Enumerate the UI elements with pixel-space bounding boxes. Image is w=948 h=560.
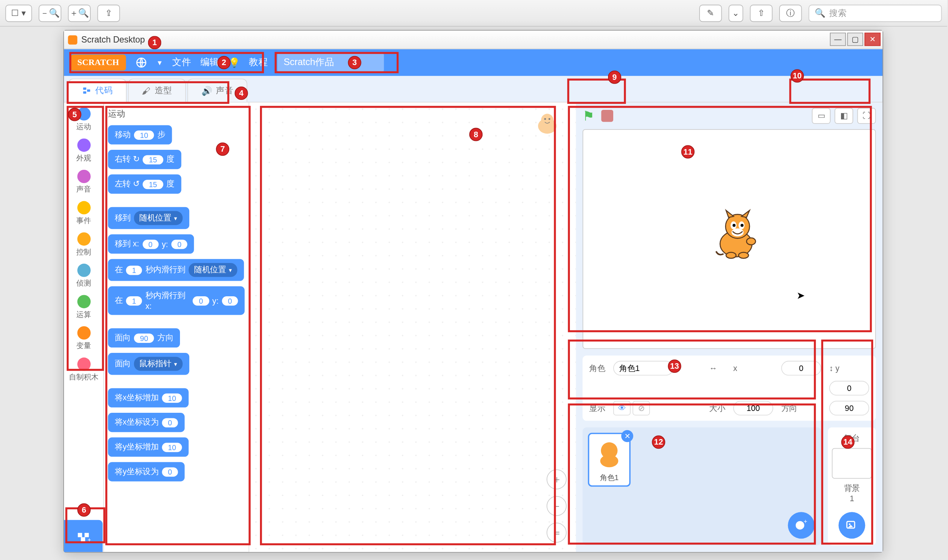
menubar: SCRATCH ▼ 文件 编辑 💡 教程 Scratch作品 [64, 49, 882, 76]
svg-text:+: + [804, 518, 807, 525]
svg-point-27 [849, 523, 851, 525]
category-侦测[interactable]: 侦测 [76, 262, 91, 290]
svg-point-7 [548, 118, 550, 120]
zoom-reset-button[interactable]: ＝ [547, 523, 567, 543]
sidebar-toggle-button[interactable]: ☐ ▾ [5, 5, 32, 22]
scratch-cat-sprite[interactable] [709, 206, 769, 266]
block-goto-random[interactable]: 移到随机位置 [108, 207, 190, 229]
annotation-14: 14 [841, 435, 855, 449]
direction-label: 方向 [781, 402, 821, 414]
category-自制积木[interactable]: 自制积木 [69, 355, 98, 384]
add-backdrop-button[interactable] [838, 512, 865, 538]
menu-tutorials[interactable]: 教程 [249, 57, 267, 68]
annotation-7: 7 [216, 142, 229, 156]
stage-area[interactable]: ➤ [582, 129, 876, 349]
svg-rect-1 [83, 87, 86, 89]
tabs-row: 代码 🖌 造型 🔊 声音 [64, 76, 882, 103]
stop-button[interactable] [601, 110, 613, 122]
sprite-card-label: 角色1 [592, 473, 627, 483]
category-变量[interactable]: 变量 [76, 325, 91, 353]
sprite-list-panel: ✕ 角色1 + [582, 428, 821, 546]
stage-thumbnail[interactable] [832, 448, 872, 478]
tab-code-label: 代码 [95, 85, 113, 97]
category-外观[interactable]: 外观 [76, 137, 91, 165]
sprite-info-panel: 角色 ↔ x ↕ y 显示 👁 ⊘ 大小 方向 [582, 355, 876, 420]
scratch-logo[interactable]: SCRATCH [71, 55, 126, 71]
block-change-y[interactable]: 将y坐标增加10 [108, 438, 189, 457]
menu-file[interactable]: 文件 [172, 57, 191, 68]
info-button[interactable]: ⓘ [779, 5, 802, 22]
minimize-button[interactable]: — [830, 32, 846, 46]
image-plus-icon [845, 518, 858, 532]
close-button[interactable]: ✕ [865, 32, 881, 46]
menu-edit[interactable]: 编辑 [200, 57, 219, 68]
sprite-size-input[interactable] [733, 401, 773, 416]
maximize-button[interactable]: ▢ [847, 32, 863, 46]
add-sprite-button[interactable]: + [788, 512, 815, 538]
block-turn-cw[interactable]: 右转 ↻15度 [108, 150, 181, 169]
share-button[interactable]: ⇪ [97, 5, 120, 22]
stage-fullscreen-button[interactable]: ⛶ [857, 108, 876, 124]
zoom-in-canvas-button[interactable]: ＋ [547, 469, 567, 489]
block-glide-random[interactable]: 在1秒内滑行到随机位置 [108, 259, 244, 281]
sprite-hide-button[interactable]: ⊘ [633, 401, 650, 416]
sprite-name-input[interactable] [613, 361, 673, 376]
stage-small-button[interactable]: ▭ [812, 108, 830, 124]
block-change-x[interactable]: 将x坐标增加10 [108, 388, 189, 407]
add-extension-button[interactable]: + [64, 520, 103, 552]
block-set-y[interactable]: 将y坐标设为0 [108, 462, 185, 481]
annotation-8: 8 [469, 128, 483, 141]
svg-point-5 [541, 114, 553, 126]
search-input[interactable]: 🔍 搜索 [808, 5, 942, 22]
category-运算[interactable]: 运算 [76, 293, 91, 322]
sprite-card[interactable]: ✕ 角色1 [588, 433, 631, 487]
right-panel: ⚑ ▭ ◧ ⛶ [576, 103, 882, 552]
edit-button[interactable]: ✎ [699, 5, 722, 22]
block-goto-xy[interactable]: 移到 x:0y:0 [108, 234, 195, 254]
block-turn-ccw[interactable]: 左转 ↺15度 [108, 175, 181, 194]
annotation-2: 2 [218, 56, 231, 69]
sound-icon: 🔊 [201, 85, 212, 95]
sprite-y-input[interactable] [829, 381, 869, 396]
tab-costumes[interactable]: 🖌 造型 [128, 78, 186, 102]
sprite-show-button[interactable]: 👁 [613, 401, 631, 416]
block-set-x[interactable]: 将x坐标设为0 [108, 413, 185, 432]
category-事件[interactable]: 事件 [76, 199, 91, 228]
delete-sprite-button[interactable]: ✕ [621, 430, 633, 442]
sprite-direction-input[interactable] [829, 401, 869, 416]
block-move-steps[interactable]: 移动10步 [108, 125, 172, 144]
sprite-x-input[interactable] [781, 361, 821, 376]
zoom-in-button[interactable]: ＋🔍 [68, 5, 91, 22]
tab-code[interactable]: 代码 [68, 78, 127, 102]
zoom-out-canvas-button[interactable]: － [547, 496, 567, 516]
block-glide-xy[interactable]: 在1秒内滑行到 x:0y:0 [108, 286, 245, 315]
edit-dropdown[interactable]: ⌄ [729, 5, 743, 22]
category-dot-icon [77, 138, 90, 152]
sprite-thumbnail-icon [532, 109, 562, 140]
svg-point-23 [600, 455, 618, 467]
cursor-icon: ➤ [797, 289, 805, 302]
green-flag-button[interactable]: ⚑ [582, 108, 594, 124]
svg-point-15 [733, 224, 736, 227]
scratch-app-window: Scratch Desktop — ▢ ✕ SCRATCH ▼ 文件 编辑 💡 … [63, 30, 883, 552]
size-label: 大小 [709, 402, 725, 414]
svg-point-6 [544, 118, 546, 120]
stage-large-button[interactable]: ◧ [835, 108, 853, 124]
project-name-input[interactable]: Scratch作品 [277, 52, 384, 72]
brush-icon: 🖌 [142, 85, 150, 95]
category-声音[interactable]: 声音 [76, 168, 91, 196]
svg-point-21 [739, 252, 749, 258]
search-icon: 🔍 [815, 8, 825, 18]
upload-button[interactable]: ⇧ [750, 5, 772, 22]
block-point-direction[interactable]: 面向90方向 [108, 328, 180, 347]
code-icon [82, 86, 91, 95]
block-point-towards[interactable]: 面向鼠标指针 [108, 353, 190, 375]
code-canvas[interactable]: ＋ － ＝ [249, 103, 576, 552]
app-title: Scratch Desktop [82, 35, 145, 45]
zoom-out-button[interactable]: －🔍 [39, 5, 61, 22]
language-icon[interactable] [135, 57, 147, 68]
tab-sounds-label: 声音 [216, 85, 233, 97]
mac-toolbar: ☐ ▾ －🔍 ＋🔍 ⇪ ✎ ⌄ ⇧ ⓘ 🔍 搜索 [0, 0, 947, 27]
category-控制[interactable]: 控制 [76, 231, 91, 259]
category-dot-icon [77, 201, 90, 215]
